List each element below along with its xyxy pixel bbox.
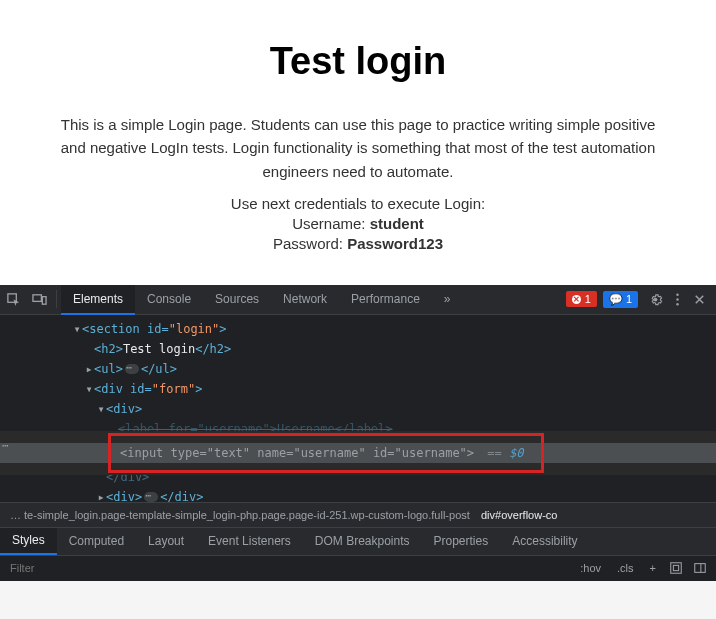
tab-sources[interactable]: Sources: [203, 285, 271, 314]
styles-filter-bar: :hov .cls +: [0, 555, 716, 581]
styles-tabs: Styles Computed Layout Event Listeners D…: [0, 527, 716, 555]
password-line: Password: Password123: [0, 235, 716, 252]
svg-point-4: [676, 298, 678, 300]
tab-properties[interactable]: Properties: [422, 528, 501, 555]
dom-breadcrumb[interactable]: … te-simple_login.page-template-simple_l…: [0, 502, 716, 527]
dom-tree[interactable]: ▾<section id="login"> <h2>Test login</h2…: [0, 315, 716, 502]
hov-toggle[interactable]: :hov: [574, 560, 607, 576]
tab-network[interactable]: Network: [271, 285, 339, 314]
svg-rect-8: [695, 564, 706, 573]
red-annotation-box: [108, 433, 544, 473]
close-devtools-icon[interactable]: [688, 292, 710, 307]
devtools-toolbar: Elements Console Sources Network Perform…: [0, 285, 716, 315]
new-style-rule-button[interactable]: +: [644, 560, 662, 576]
toggle-sidebar-icon[interactable]: [690, 561, 710, 575]
svg-rect-6: [671, 563, 682, 574]
tab-performance[interactable]: Performance: [339, 285, 432, 314]
more-menu-icon[interactable]: [666, 292, 688, 307]
computed-styles-icon[interactable]: [666, 561, 686, 575]
tab-accessibility[interactable]: Accessibility: [500, 528, 589, 555]
credentials-intro: Use next credentials to execute Login:: [0, 195, 716, 212]
svg-point-5: [676, 303, 678, 305]
svg-rect-2: [42, 296, 46, 304]
tab-styles[interactable]: Styles: [0, 528, 57, 555]
inspect-element-icon[interactable]: [0, 292, 26, 307]
devtools-panel: Elements Console Sources Network Perform…: [0, 285, 716, 581]
cls-toggle[interactable]: .cls: [611, 560, 640, 576]
svg-rect-7: [673, 566, 678, 571]
settings-gear-icon[interactable]: [644, 292, 666, 307]
page-description: This is a simple Login page. Students ca…: [60, 113, 656, 183]
devtools-tabs: Elements Console Sources Network Perform…: [61, 285, 463, 314]
svg-rect-1: [32, 295, 40, 302]
tab-elements[interactable]: Elements: [61, 285, 135, 315]
tab-computed[interactable]: Computed: [57, 528, 136, 555]
styles-filter-input[interactable]: [6, 560, 574, 576]
tab-dom-breakpoints[interactable]: DOM Breakpoints: [303, 528, 422, 555]
tab-console[interactable]: Console: [135, 285, 203, 314]
username-line: Username: student: [0, 215, 716, 232]
gutter-dots-icon: ⋯: [2, 439, 9, 452]
svg-point-3: [676, 293, 678, 295]
error-count-badge[interactable]: ✕1: [566, 291, 597, 307]
page-heading: Test login: [0, 40, 716, 83]
tab-event-listeners[interactable]: Event Listeners: [196, 528, 303, 555]
rendered-page: Test login This is a simple Login page. …: [0, 0, 716, 285]
info-count-badge[interactable]: 💬1: [603, 291, 638, 308]
tab-layout[interactable]: Layout: [136, 528, 196, 555]
tabs-overflow[interactable]: »: [432, 285, 463, 314]
device-toggle-icon[interactable]: [26, 292, 52, 307]
